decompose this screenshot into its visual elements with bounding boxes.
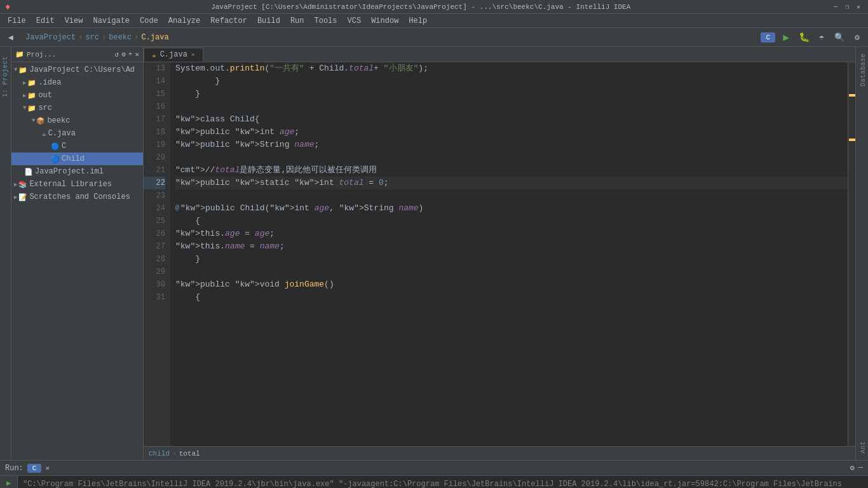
line-num-20: 20 xyxy=(144,151,165,164)
run-command: "C:\Program Files\JetBrains\IntelliJ IDE… xyxy=(23,478,863,488)
line-num-22: 22 xyxy=(144,177,165,189)
tree-arrow: ▶ xyxy=(23,92,26,99)
tree-icon: 🔵 xyxy=(51,142,60,151)
menu-help[interactable]: Help xyxy=(403,15,432,27)
close-panel-icon[interactable]: ✕ xyxy=(135,50,139,58)
minimize-button[interactable]: — xyxy=(831,3,840,11)
tree-item-c[interactable]: 🔵C xyxy=(11,140,143,152)
maximize-button[interactable]: ❐ xyxy=(843,3,851,11)
search-everywhere[interactable]: 🔍 xyxy=(832,30,846,44)
menu-vcs[interactable]: VCS xyxy=(342,15,367,27)
tree-label: out xyxy=(38,91,52,100)
project-panel-label[interactable]: 1: Project xyxy=(1,50,10,104)
tree-item--idea[interactable]: ▶📁.idea xyxy=(11,76,143,89)
tree-item-out[interactable]: ▶📁out xyxy=(11,89,143,102)
tab-close[interactable]: ✕ xyxy=(191,51,195,58)
coverage-button[interactable]: ☂ xyxy=(815,30,829,44)
breadcrumb-total[interactable]: total xyxy=(179,450,200,458)
tree-item-child[interactable]: 🔵Child xyxy=(11,152,143,165)
menu-file[interactable]: File xyxy=(3,15,31,27)
menu-tools[interactable]: Tools xyxy=(309,15,342,27)
tree-label: Child xyxy=(62,154,85,163)
menu-run[interactable]: Run xyxy=(285,15,309,27)
menu-build[interactable]: Build xyxy=(252,15,285,27)
titlebar-title: JavaProject [C:\Users\Administrator\Idea… xyxy=(10,3,831,11)
menu-refactor[interactable]: Refactor xyxy=(205,15,252,27)
tree-icon: 📁 xyxy=(27,92,36,100)
tree-icon: ☕ xyxy=(42,130,46,138)
close-button[interactable]: ✕ xyxy=(854,3,863,11)
tree-label: Scratches and Consoles xyxy=(29,193,130,201)
code-line-15: } xyxy=(175,88,848,100)
line-num-27: 27 xyxy=(144,240,165,253)
breadcrumb-src[interactable]: src xyxy=(85,33,99,42)
run-settings-icon[interactable]: ⚙ xyxy=(850,463,855,473)
settings-icon[interactable]: ⚙ xyxy=(121,50,126,58)
line-num-24: 24 xyxy=(144,202,165,215)
intellij-logo: ♦ xyxy=(5,2,10,12)
line-num-29: 29 xyxy=(144,266,165,278)
settings-button[interactable]: ⚙ xyxy=(850,30,864,44)
sync-icon[interactable]: ↺ xyxy=(115,50,119,58)
toolbar: ◀ JavaProject › src › beekc › C.java C ▶… xyxy=(0,28,868,47)
menu-navigate[interactable]: Navigate xyxy=(88,15,135,27)
titlebar: ♦ JavaProject [C:\Users\Administrator\Id… xyxy=(0,0,868,14)
code-line-23 xyxy=(175,189,848,202)
line-num-19: 19 xyxy=(144,139,165,151)
tree-item-beekc[interactable]: ▼📦beekc xyxy=(11,114,143,127)
tree-icon: 📦 xyxy=(36,117,45,125)
tab-label: C.java xyxy=(160,50,187,59)
right-panel: Database Ant xyxy=(855,47,868,460)
run-header: Run: C ✕ ⚙ — xyxy=(0,461,868,476)
run-again-button[interactable]: ▶ xyxy=(3,478,15,488)
line-num-18: 18 xyxy=(144,126,165,139)
menu-edit[interactable]: Edit xyxy=(31,15,60,27)
menu-view[interactable]: View xyxy=(60,15,88,27)
ant-label[interactable]: Ant xyxy=(856,435,868,460)
tree-item-javaproject-c--users-ad[interactable]: ▼📁JavaProject C:\Users\Ad xyxy=(11,64,143,76)
run-button[interactable]: ▶ xyxy=(779,30,793,44)
breadcrumb-file[interactable]: C.java xyxy=(141,33,168,42)
run-tab-close[interactable]: ✕ xyxy=(45,464,50,472)
code-line-29 xyxy=(175,266,848,278)
code-line-24: @ "kw">public Child("kw">int age, "kw">S… xyxy=(175,202,848,215)
line-num-26: 26 xyxy=(144,227,165,240)
line-num-13: 13 xyxy=(144,62,165,75)
breadcrumb-child[interactable]: Child xyxy=(149,450,170,458)
run-config[interactable]: C xyxy=(761,32,775,43)
run-content-area: ▶ ⬛ ↺ ↓ ☰ 📤 🖨 ✕ "C:\Program Files\JetBra… xyxy=(0,476,868,488)
run-output[interactable]: "C:\Program Files\JetBrains\IntelliJ IDE… xyxy=(18,476,868,488)
tree-item-javaproject-iml[interactable]: 📄JavaProject.iml xyxy=(11,165,143,178)
menu-analyze[interactable]: Analyze xyxy=(163,15,205,27)
menu-window[interactable]: Window xyxy=(366,15,403,27)
titlebar-controls: — ❐ ✕ xyxy=(831,3,863,11)
tree-item-c-java[interactable]: ☕C.java xyxy=(11,127,143,140)
tree-label: JavaProject.iml xyxy=(35,167,104,176)
tree-arrow: ▼ xyxy=(14,67,17,73)
menu-code[interactable]: Code xyxy=(135,15,163,27)
expand-icon[interactable]: + xyxy=(128,50,133,58)
run-close-icon[interactable]: — xyxy=(858,463,863,473)
database-label[interactable]: Database xyxy=(856,47,868,93)
code-editor[interactable]: 13141516171819202122232425262728293031 S… xyxy=(144,62,855,446)
breadcrumb-project[interactable]: JavaProject xyxy=(25,33,76,42)
back-button[interactable]: ◀ xyxy=(4,30,18,44)
line-num-30: 30 xyxy=(144,278,165,291)
breadcrumb-beekc[interactable]: beekc xyxy=(109,33,132,42)
tree-item-src[interactable]: ▼📁src xyxy=(11,102,143,114)
tree-item-external-libraries[interactable]: ▶📚External Libraries xyxy=(11,178,143,191)
tree-icon: 📁 xyxy=(27,104,36,112)
debug-button[interactable]: 🐛 xyxy=(797,30,811,44)
tree-label: C.java xyxy=(48,129,76,138)
main-layout: 1: Project 📁 Proj... ↺ ⚙ + ✕ ▼📁JavaProje… xyxy=(0,47,868,460)
code-content[interactable]: System.out.println("一共有" + Child.total+ … xyxy=(170,62,848,446)
tab-c-java[interactable]: ☕ C.java ✕ xyxy=(144,48,203,62)
tree-icon: 📄 xyxy=(24,168,33,176)
run-label: Run: xyxy=(5,464,24,473)
code-line-28: } xyxy=(175,253,848,266)
run-config-badge[interactable]: C xyxy=(27,464,42,473)
code-line-25: { xyxy=(175,215,848,227)
tree-item-scratches-and-consoles[interactable]: ▶📝Scratches and Consoles xyxy=(11,191,143,203)
tree-label: beekc xyxy=(47,116,70,125)
breadcrumb-chevron: › xyxy=(172,450,177,458)
